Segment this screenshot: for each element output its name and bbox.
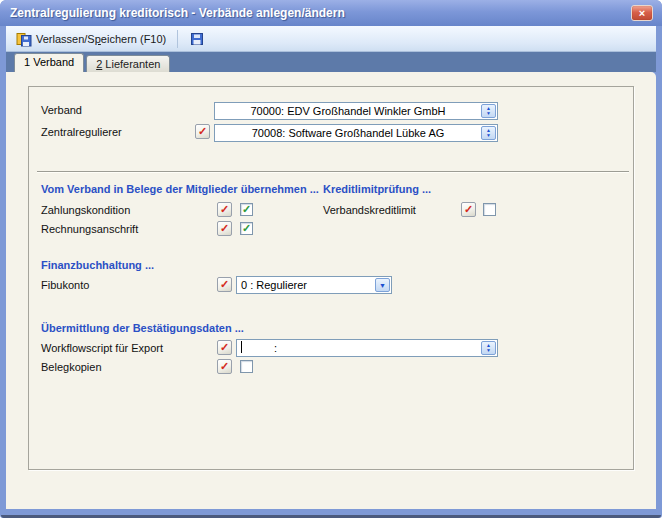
section-title-uebernehmen: Vom Verband in Belege der Mitglieder übe…: [41, 183, 319, 195]
close-button[interactable]: ×: [631, 5, 653, 21]
toolbar-separator: [177, 30, 178, 48]
fibukonto-value: 0 : Regulierer: [237, 277, 375, 293]
tab-bar: 1 Verband 2 Lieferanten: [6, 52, 656, 72]
toolbar: Verlassen/Speichern (F10): [6, 26, 656, 52]
save-button[interactable]: [183, 28, 211, 50]
zentralregulierer-label: Zentralregulierer: [41, 126, 122, 138]
leave-save-button[interactable]: Verlassen/Speichern (F10): [10, 28, 172, 50]
green-check-icon: ✓: [242, 203, 251, 215]
workflowscript-value: :: [274, 340, 277, 356]
rechnungsanschrift-mandatory-toggle[interactable]: ✓: [217, 221, 232, 236]
spinner-down-icon: ▼: [486, 111, 491, 116]
rechnungsanschrift-label: Rechnungsanschrift: [41, 223, 138, 235]
verband-label: Verband: [41, 104, 82, 116]
zentralregulierer-spinner[interactable]: ▲ ▼: [481, 126, 496, 140]
section-separator: [37, 171, 629, 173]
verband-value: 70000: EDV Großhandel Winkler GmbH: [215, 103, 481, 119]
tab-page-verband: Verband 70000: EDV Großhandel Winkler Gm…: [6, 72, 656, 509]
form-groupbox: Verband 70000: EDV Großhandel Winkler Gm…: [28, 86, 634, 470]
red-check-icon: ✓: [220, 203, 229, 215]
dropdown-arrow-icon: ▼: [379, 282, 386, 289]
zentralregulierer-value: 70008: Software Großhandel Lübke AG: [215, 125, 481, 141]
text-caret: [241, 341, 242, 353]
workflowscript-label: Workflowscript für Export: [41, 342, 163, 354]
verband-spinner[interactable]: ▲ ▼: [481, 104, 496, 118]
verband-combobox[interactable]: 70000: EDV Großhandel Winkler GmbH ▲ ▼: [214, 102, 498, 120]
fibukonto-dropdown-button[interactable]: ▼: [375, 278, 390, 292]
rechnungsanschrift-checkbox[interactable]: ✓: [240, 222, 253, 235]
leave-save-icon: [16, 31, 32, 47]
section-title-kreditlimit: Kreditlimitprüfung ...: [323, 183, 431, 195]
verbandskreditlimit-mandatory-toggle[interactable]: ✓: [461, 202, 476, 217]
spinner-down-icon: ▼: [486, 348, 491, 353]
fibukonto-mandatory-toggle[interactable]: ✓: [217, 277, 232, 292]
belegkopien-label: Belegkopien: [41, 361, 102, 373]
red-check-icon: ✓: [220, 278, 229, 290]
zahlungskondition-label: Zahlungskondition: [41, 204, 130, 216]
section-title-uebermittlung: Übermittlung der Bestätigungsdaten ...: [41, 322, 244, 334]
zentralregulierer-mandatory-toggle[interactable]: ✓: [195, 124, 210, 139]
leave-save-label: Verlassen/Speichern (F10): [36, 33, 166, 45]
fibukonto-dropdown[interactable]: 0 : Regulierer ▼: [236, 276, 392, 294]
workflowscript-spinner[interactable]: ▲ ▼: [481, 341, 496, 355]
red-check-icon: ✓: [220, 360, 229, 372]
tab-lieferanten[interactable]: 2 Lieferanten: [86, 55, 170, 72]
verbandskreditlimit-label: Verbandskreditlimit: [323, 204, 416, 216]
zentralregulierer-combobox[interactable]: 70008: Software Großhandel Lübke AG ▲ ▼: [214, 124, 498, 142]
red-check-icon: ✓: [220, 341, 229, 353]
workflowscript-mandatory-toggle[interactable]: ✓: [217, 340, 232, 355]
close-icon: ×: [639, 7, 645, 19]
red-check-icon: ✓: [464, 203, 473, 215]
belegkopien-checkbox[interactable]: [240, 360, 253, 373]
zahlungskondition-mandatory-toggle[interactable]: ✓: [217, 202, 232, 217]
red-check-icon: ✓: [220, 222, 229, 234]
window-title: Zentralregulierung kreditorisch - Verbän…: [0, 6, 345, 20]
window-content: Verlassen/Speichern (F10) 1 Verband 2 Li…: [6, 26, 656, 509]
section-title-finanzbuchhaltung: Finanzbuchhaltung ...: [41, 259, 154, 271]
fibukonto-label: Fibukonto: [41, 279, 89, 291]
tab-verband[interactable]: 1 Verband: [14, 53, 84, 72]
green-check-icon: ✓: [242, 222, 251, 234]
belegkopien-mandatory-toggle[interactable]: ✓: [217, 359, 232, 374]
app-window: Zentralregulierung kreditorisch - Verbän…: [0, 0, 662, 518]
red-check-icon: ✓: [198, 125, 207, 137]
zahlungskondition-checkbox[interactable]: ✓: [240, 203, 253, 216]
save-icon: [189, 31, 205, 47]
verbandskreditlimit-checkbox[interactable]: [483, 203, 496, 216]
title-bar[interactable]: Zentralregulierung kreditorisch - Verbän…: [0, 0, 662, 26]
workflowscript-input[interactable]: : ▲ ▼: [236, 339, 498, 357]
spinner-down-icon: ▼: [486, 133, 491, 138]
